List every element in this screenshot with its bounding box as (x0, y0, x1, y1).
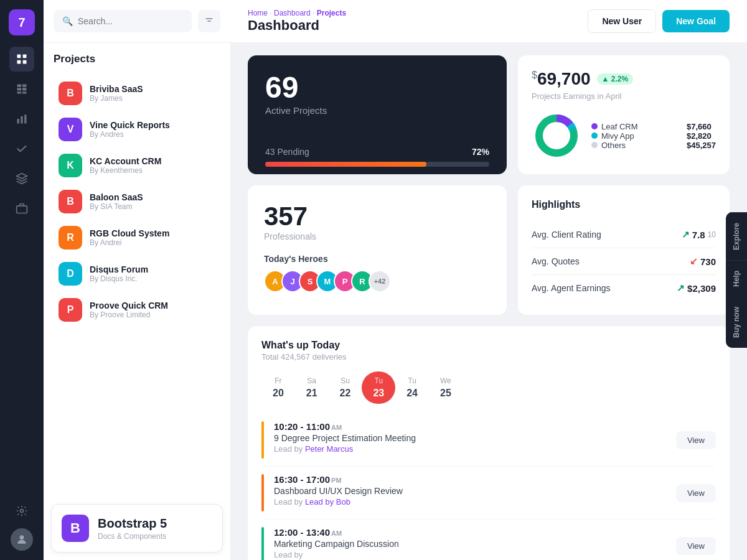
svg-rect-11 (21, 116, 22, 124)
day-item[interactable]: Fr 20 (261, 371, 295, 404)
project-info: Vine Quick Reports By Andres (90, 120, 170, 139)
dashboard-grid: 69 Active Projects 43 Pending 72% $69,70… (230, 43, 747, 560)
project-logo: R (59, 226, 82, 250)
cal-sub: Total 424,567 deliveries (261, 352, 716, 362)
event-lead-link[interactable]: Lead by Bob (305, 497, 350, 506)
nav-icon-grid[interactable] (9, 77, 34, 101)
svg-point-14 (21, 510, 24, 513)
project-item[interactable]: B Briviba SaaS By James (54, 75, 220, 111)
day-item[interactable]: We 25 (429, 371, 463, 404)
legend-item: Others (591, 141, 638, 150)
project-item[interactable]: R RGB Cloud System By Andrei (54, 220, 220, 256)
project-item[interactable]: D Disqus Forum By Disqus Inc. (54, 256, 220, 292)
nav-icon-briefcase[interactable] (9, 196, 34, 221)
event-view-button[interactable]: View (676, 484, 716, 502)
filter-button[interactable] (198, 10, 220, 32)
right-tab[interactable]: Help (726, 260, 747, 297)
highlight-label: Avg. Agent Earnings (532, 283, 611, 293)
progress-bar-bg (265, 162, 489, 167)
event-bar (261, 527, 264, 560)
event-lead: Lead by (274, 550, 399, 559)
search-icon: 🔍 (62, 16, 73, 26)
donut-legend: Leaf CRMMivy AppOthers (591, 122, 638, 150)
project-name: Baloon SaaS (90, 192, 143, 202)
project-item[interactable]: V Vine Quick Reports By Andres (54, 111, 220, 147)
event-bar (261, 474, 264, 511)
project-logo: P (59, 298, 82, 322)
day-num: 20 (273, 388, 284, 399)
event-time: 16:30 - 17:00PM (274, 474, 403, 485)
icon-sidebar: 7 (0, 0, 44, 560)
search-input-wrap[interactable]: 🔍 (54, 10, 192, 32)
day-item[interactable]: Tu 24 (395, 371, 429, 404)
svg-rect-1 (23, 55, 27, 58)
new-user-button[interactable]: New User (588, 9, 656, 33)
project-item[interactable]: B Baloon SaaS By SIA Team (54, 184, 220, 220)
svg-rect-10 (17, 119, 19, 124)
project-info: Briviba SaaS By James (90, 84, 143, 103)
event-time: 12:00 - 13:40AM (274, 527, 399, 538)
event-view: View (676, 431, 716, 449)
nav-icon-chart[interactable] (9, 106, 34, 131)
event-lead: Lead by Lead by Bob (274, 497, 403, 506)
user-avatar[interactable] (11, 528, 33, 551)
main-content: Home · Dashboard · Projects Dashboard Ne… (230, 0, 747, 560)
nav-icon-check[interactable] (9, 136, 34, 161)
project-name: Vine Quick Reports (90, 120, 170, 130)
avatars-more: +42 (369, 270, 391, 292)
event-details: 12:00 - 13:40AM Marketing Campaign Discu… (274, 527, 399, 560)
project-by: By Proove Limited (90, 310, 168, 319)
event-name: Marketing Campaign Discussion (274, 539, 399, 549)
project-name: Disqus Forum (90, 264, 148, 274)
project-by: By Disqus Inc. (90, 274, 148, 283)
highlight-row: Avg. Client Rating ↗ 7.8 10 (532, 222, 716, 248)
events-list: 10:20 - 11:00AM 9 Degree Project Estimat… (261, 414, 716, 560)
nav-icon-settings[interactable] (9, 498, 34, 523)
page-title: Dashboard (248, 17, 346, 34)
event-name: Dashboard UI/UX Design Review (274, 486, 403, 496)
earnings-amount: $69,700 (532, 69, 591, 89)
progress-bar-fill (265, 162, 426, 167)
svg-rect-5 (22, 85, 27, 87)
event-details: 10:20 - 11:00AM 9 Degree Project Estimat… (274, 421, 416, 459)
app-badge[interactable]: 7 (9, 9, 35, 35)
project-by: By Andrei (90, 238, 169, 247)
event-lead-link[interactable]: Peter Marcus (305, 444, 353, 454)
nav-icon-dashboard[interactable] (9, 47, 34, 72)
day-item[interactable]: Sa 21 (295, 371, 329, 404)
day-name: Fr (275, 376, 281, 385)
nav-icon-layers[interactable] (9, 166, 34, 191)
event-view-button[interactable]: View (676, 537, 716, 555)
project-item[interactable]: P Proove Quick CRM By Proove Limited (54, 292, 220, 328)
pending-label: 43 Pending (265, 147, 309, 157)
legend-item: Mivy App (591, 131, 638, 141)
bootstrap-sub: Docs & Components (98, 532, 167, 541)
top-header: Home · Dashboard · Projects Dashboard Ne… (230, 0, 747, 43)
event-lead: Lead by Peter Marcus (274, 444, 416, 454)
svg-rect-6 (17, 88, 22, 90)
right-tab[interactable]: Buy now (726, 297, 747, 348)
day-item[interactable]: Tu 23 (362, 371, 395, 404)
progress-pct: 72% (472, 147, 489, 157)
bootstrap-logo: B (62, 515, 89, 542)
right-sidebar-tabs: ExploreHelpBuy now (726, 212, 747, 348)
right-tab[interactable]: Explore (726, 212, 747, 260)
project-name: Proove Quick CRM (90, 301, 168, 310)
legend-value: $2,820 (687, 131, 716, 141)
search-bar: 🔍 (44, 0, 230, 43)
avatars-row: AJSMPR+42 (264, 270, 491, 292)
day-name: Tu (375, 376, 383, 385)
day-item[interactable]: Su 22 (329, 371, 362, 404)
project-by: By James (90, 94, 143, 103)
svg-rect-13 (17, 206, 27, 213)
header-actions: New User New Goal (588, 9, 730, 33)
cal-title: What's up Today (261, 340, 716, 351)
event-view-button[interactable]: View (676, 431, 716, 449)
legend-values: $7,660$2,820$45,257 (687, 122, 716, 150)
new-goal-button[interactable]: New Goal (662, 10, 730, 32)
project-item[interactable]: K KC Account CRM By Keenthemes (54, 147, 220, 184)
event-time: 10:20 - 11:00AM (274, 421, 416, 432)
search-input[interactable] (78, 16, 183, 26)
day-num: 22 (340, 388, 351, 399)
project-logo: D (59, 262, 82, 286)
